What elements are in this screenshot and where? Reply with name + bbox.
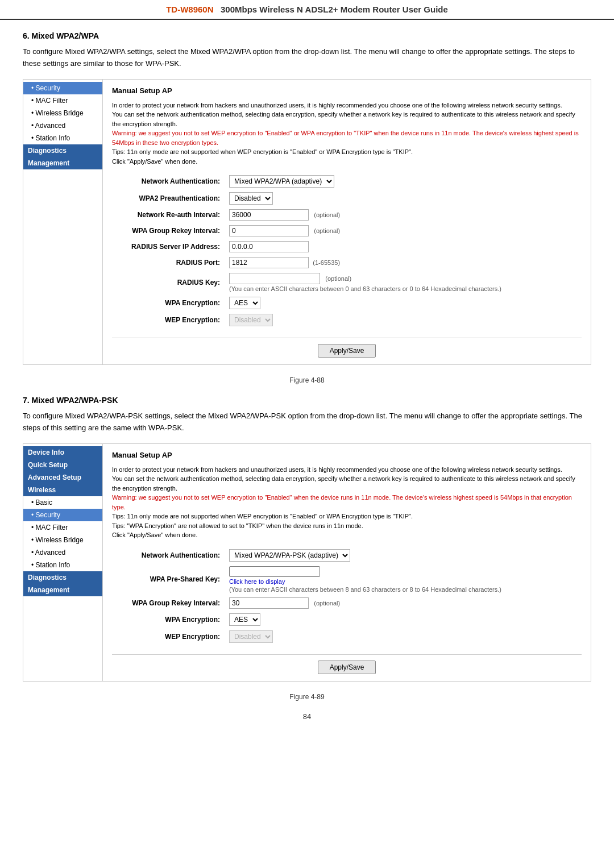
radius-key-optional: (optional): [325, 275, 351, 282]
sidebar-item-macfilter-2[interactable]: • MAC Filter: [23, 521, 102, 534]
section6-heading: 6. Mixed WPA2/WPA: [23, 31, 591, 40]
network-auth-select-1[interactable]: Mixed WPA2/WPA (adaptive): [229, 175, 334, 188]
wpa-group-rekey-value-2: 30 (optional): [226, 595, 582, 611]
apply-save-btn-2[interactable]: Apply/Save: [318, 661, 376, 674]
table-row: Network Re-auth Interval: 36000 (optiona…: [112, 207, 582, 223]
radius-key-input[interactable]: [229, 273, 320, 284]
page-number: 84: [23, 712, 591, 721]
sidebar-item-management-2[interactable]: Management: [23, 584, 102, 596]
net-auth-value: Mixed WPA2/WPA (adaptive): [226, 173, 582, 190]
table-row: WPA Encryption: AES: [112, 294, 582, 312]
click-display-link[interactable]: Click here to display: [229, 578, 578, 585]
table-row: RADIUS Server IP Address: 0.0.0.0: [112, 239, 582, 255]
wpa-enc-label-2: WPA Encryption:: [112, 611, 226, 628]
radius-ip-label: RADIUS Server IP Address:: [112, 239, 226, 255]
sidebar-item-quick-setup[interactable]: Quick Setup: [23, 459, 102, 471]
sidebar-item-wireless-bridge-2[interactable]: • Wireless Bridge: [23, 534, 102, 546]
figure-89: Device Info Quick Setup Advanced Setup W…: [23, 443, 591, 682]
panel2-title: Manual Setup AP: [112, 451, 582, 459]
wpa-group-rekey-label-2: WPA Group Rekey Interval:: [112, 595, 226, 611]
network-auth-select-2[interactable]: Mixed WPA2/WPA-PSK (adaptive): [229, 549, 350, 562]
sidebar-1: • Security • MAC Filter • Wireless Bridg…: [23, 80, 103, 365]
sidebar-item-basic[interactable]: • Basic: [23, 496, 102, 509]
sidebar-item-diagnostics-2[interactable]: Diagnostics: [23, 571, 102, 584]
form-table-2: Network Authentication: Mixed WPA2/WPA-P…: [112, 547, 582, 645]
sidebar-item-station-info-1[interactable]: • Station Info: [23, 132, 102, 144]
sidebar-item-wireless[interactable]: Wireless: [23, 484, 102, 496]
figure-88: • Security • MAC Filter • Wireless Bridg…: [23, 79, 591, 366]
wpa-group-rekey-input-2[interactable]: 30: [229, 597, 309, 609]
net-reauth-value: 36000 (optional): [226, 207, 582, 223]
page-content: 6. Mixed WPA2/WPA To configure Mixed WPA…: [0, 20, 614, 744]
panel1-warning: Warning: we suggest you not to set WEP e…: [112, 130, 579, 146]
wpa-psk-label: WPA Pre-Shared Key:: [112, 564, 226, 595]
wpa-group-rekey-input[interactable]: 0: [229, 225, 309, 236]
wpa-psk-hint: (You can enter ASCII characters between …: [229, 586, 578, 593]
radius-ip-value: 0.0.0.0: [226, 239, 582, 255]
sidebar-item-security-1[interactable]: • Security: [23, 82, 102, 94]
figure-88-caption: Figure 4-88: [23, 376, 591, 384]
sidebar-item-advanced-2[interactable]: • Advanced: [23, 546, 102, 559]
main-panel-2: Manual Setup AP In order to protect your…: [103, 444, 591, 681]
sidebar-item-macfilter-1[interactable]: • MAC Filter: [23, 94, 102, 107]
radius-port-input[interactable]: 1812: [229, 257, 309, 268]
radius-key-label: RADIUS Key:: [112, 271, 226, 294]
sidebar-item-advanced-1[interactable]: • Advanced: [23, 119, 102, 132]
panel2-warning: Warning: we suggest you not to set WEP e…: [112, 494, 572, 510]
wpa-psk-input[interactable]: [229, 566, 320, 577]
section7-heading: 7. Mixed WPA2/WPA-PSK: [23, 396, 591, 405]
table-row: Network Authentication: Mixed WPA2/WPA-P…: [112, 547, 582, 564]
page-header: TD-W8960N 300Mbps Wireless N ADSL2+ Mode…: [0, 0, 614, 20]
net-reauth-optional: (optional): [314, 211, 340, 218]
sidebar-item-station-info-2[interactable]: • Station Info: [23, 559, 102, 571]
sidebar-2: Device Info Quick Setup Advanced Setup W…: [23, 444, 103, 681]
wpa-psk-value: Click here to display (You can enter ASC…: [226, 564, 582, 595]
wpa-enc-select-2[interactable]: AES: [229, 613, 260, 626]
main-panel-1: Manual Setup AP In order to protect your…: [103, 80, 591, 365]
wpa-enc-value-2: AES: [226, 611, 582, 628]
net-auth-value-2: Mixed WPA2/WPA-PSK (adaptive): [226, 547, 582, 564]
wep-enc-value-2: Disabled: [226, 628, 582, 645]
sidebar-item-wireless-bridge-1[interactable]: • Wireless Bridge: [23, 107, 102, 119]
wep-enc-select-1[interactable]: Disabled: [229, 314, 273, 326]
apply-save-btn-1[interactable]: Apply/Save: [318, 344, 376, 358]
apply-row-2: Apply/Save: [112, 654, 582, 674]
radius-port-label: RADIUS Port:: [112, 255, 226, 271]
panel2-info: In order to protect your network from ha…: [112, 465, 582, 540]
panel1-info1: In order to protect your network from ha…: [112, 101, 582, 167]
model-name: TD-W8960N: [166, 5, 213, 14]
sidebar-item-security-2[interactable]: • Security: [23, 509, 102, 521]
wpa-group-rekey-label: WPA Group Rekey Interval:: [112, 223, 226, 239]
table-row: WEP Encryption: Disabled: [112, 628, 582, 645]
table-row: WPA Group Rekey Interval: 30 (optional): [112, 595, 582, 611]
sidebar-item-device-info[interactable]: Device Info: [23, 446, 102, 459]
wpa-enc-select-1[interactable]: AES: [229, 297, 260, 309]
table-row: RADIUS Key: (optional) (You can enter AS…: [112, 271, 582, 294]
sidebar-item-management-1[interactable]: Management: [23, 157, 102, 169]
radius-key-value: (optional) (You can enter ASCII characte…: [226, 271, 582, 294]
panel1-title: Manual Setup AP: [112, 86, 582, 95]
wpa2-preauth-label: WPA2 Preauthentication:: [112, 190, 226, 207]
wep-enc-value: Disabled: [226, 312, 582, 329]
wpa-group-optional: (optional): [314, 227, 340, 234]
wpa-enc-value: AES: [226, 294, 582, 312]
radius-ip-input[interactable]: 0.0.0.0: [229, 241, 309, 252]
form-table-1: Network Authentication: Mixed WPA2/WPA (…: [112, 173, 582, 329]
radius-port-hint: (1-65535): [313, 259, 340, 266]
wpa-enc-label: WPA Encryption:: [112, 294, 226, 312]
wpa2-preauth-value: Disabled: [226, 190, 582, 207]
section6-desc: To configure Mixed WPA2/WPA settings, se…: [23, 46, 591, 70]
table-row: WEP Encryption: Disabled: [112, 312, 582, 329]
wpa2-preauth-select[interactable]: Disabled: [229, 192, 273, 205]
wep-enc-label: WEP Encryption:: [112, 312, 226, 329]
header-subtitle: 300Mbps Wireless N ADSL2+ Modem Router U…: [221, 5, 448, 14]
net-reauth-input[interactable]: 36000: [229, 209, 309, 221]
sidebar-item-advanced-setup[interactable]: Advanced Setup: [23, 471, 102, 484]
table-row: WPA Encryption: AES: [112, 611, 582, 628]
net-reauth-label: Network Re-auth Interval:: [112, 207, 226, 223]
section7-desc: To configure Mixed WPA2/WPA-PSK settings…: [23, 410, 591, 434]
table-row: WPA Pre-Shared Key: Click here to displa…: [112, 564, 582, 595]
table-row: RADIUS Port: 1812 (1-65535): [112, 255, 582, 271]
sidebar-item-diagnostics-1[interactable]: Diagnostics: [23, 144, 102, 157]
wep-enc-select-2[interactable]: Disabled: [229, 630, 273, 643]
